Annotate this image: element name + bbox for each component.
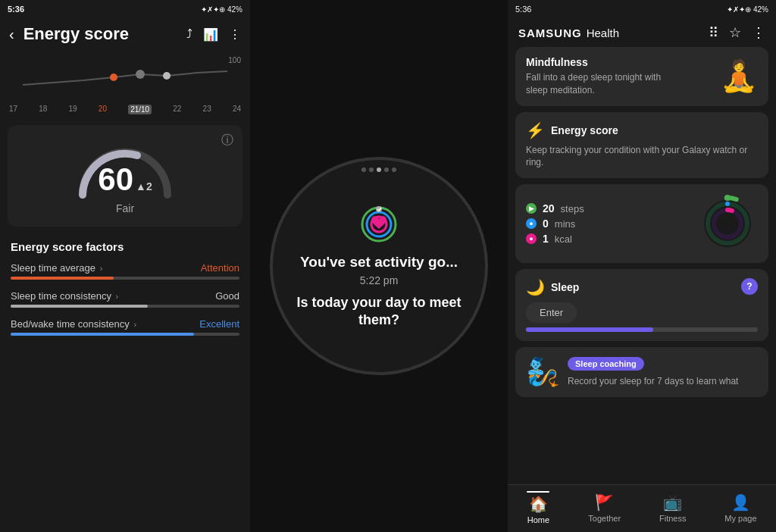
- svg-point-1: [136, 70, 145, 79]
- back-button[interactable]: ‹: [9, 26, 14, 43]
- score-label: Fair: [116, 202, 134, 214]
- signal-icon-right: ✦✗✦⊕: [727, 5, 751, 14]
- mins-icon: ●: [526, 218, 537, 229]
- factor-name-3[interactable]: Bed/wake time consistency ›: [11, 318, 136, 330]
- mindfulness-illustration: 🧘: [720, 58, 758, 94]
- together-icon: 🚩: [595, 493, 614, 512]
- page-title: Energy score: [23, 24, 177, 44]
- mins-unit: mins: [555, 218, 575, 230]
- chart-icon[interactable]: 📊: [203, 27, 218, 42]
- card-sleep[interactable]: 🌙 Sleep ? Enter: [515, 269, 768, 341]
- date-21: 21/10: [128, 105, 152, 114]
- steps-unit: steps: [561, 203, 584, 214]
- factor-bar-fill-3: [11, 333, 194, 336]
- samsung-logo: SAMSUNG Health: [518, 27, 619, 39]
- card-sleep-coaching[interactable]: 🧞 Sleep coaching Record your sleep for 7…: [515, 347, 768, 397]
- status-icons-right: ✦✗✦⊕ 42%: [727, 5, 768, 14]
- battery-right: 42%: [753, 5, 768, 14]
- score-display: 60 ▲2: [98, 161, 152, 198]
- energy-icon: ⚡: [526, 121, 545, 139]
- chart-line: 100: [9, 56, 241, 102]
- info-icon[interactable]: ⓘ: [221, 133, 233, 149]
- status-bar-right: 5:36 ✦✗✦⊕ 42%: [508, 0, 776, 18]
- signal-icon: ✦✗✦⊕: [201, 5, 225, 14]
- sleep-bar: [526, 327, 758, 332]
- dots-icon[interactable]: ⠿: [709, 24, 718, 41]
- sleep-title: Sleep: [551, 281, 579, 293]
- mins-value: 0: [543, 217, 549, 230]
- heart-rings-viz: [697, 193, 758, 254]
- date-19: 19: [69, 105, 77, 114]
- nav-item-mypage[interactable]: 👤 My page: [724, 493, 756, 523]
- date-18: 18: [39, 105, 47, 114]
- chart-dates: 17 18 19 20 21/10 22 23 24: [9, 103, 241, 116]
- kcal-row: ● 1 kcal: [526, 233, 584, 245]
- card-activity[interactable]: ▶ 20 steps ● 0 mins ● 1 kcal: [515, 184, 768, 263]
- watch-face: You've set activity go... 5:22 pm Is tod…: [273, 160, 485, 372]
- factor-row: Sleep time average › Attention: [11, 262, 239, 274]
- nav-item-together[interactable]: 🚩 Together: [588, 493, 621, 523]
- fitness-icon: 📺: [663, 493, 682, 512]
- time-right: 5:36: [515, 5, 531, 14]
- nav-item-home[interactable]: 🏠 Home: [527, 491, 549, 524]
- more-icon-right[interactable]: ⋮: [752, 24, 765, 41]
- cards-list: Mindfulness Fall into a deep sleep tonig…: [508, 47, 776, 484]
- gauge-container: 60 ▲2: [72, 139, 178, 199]
- bottom-nav: 🏠 Home 🚩 Together 📺 Fitness 👤 My page: [508, 484, 776, 532]
- energy-header: ⚡ Energy score: [526, 121, 758, 139]
- factor-name-2[interactable]: Sleep time consistency ›: [11, 290, 118, 302]
- factor-bar-bg-2: [11, 305, 239, 308]
- sleep-icon: 🌙: [526, 278, 545, 296]
- coaching-mascot: 🧞: [526, 356, 560, 388]
- mypage-label: My page: [724, 514, 756, 523]
- more-icon[interactable]: ⋮: [229, 27, 241, 42]
- watch-body: Is today your day to meet them?: [273, 294, 485, 330]
- star-icon[interactable]: ☆: [729, 24, 741, 41]
- coaching-text: Record your sleep for 7 days to learn wh…: [568, 375, 758, 388]
- date-17: 17: [9, 105, 17, 114]
- factor-item-bedwake: Bed/wake time consistency › Excellent: [11, 318, 239, 336]
- date-24: 24: [233, 105, 241, 114]
- status-bar-left: 5:36 ✦✗✦⊕ 42%: [0, 0, 250, 18]
- kcal-icon: ●: [526, 233, 537, 244]
- app-header: ‹ Energy score ⤴ 📊 ⋮: [0, 18, 250, 50]
- steps-icon: ▶: [526, 203, 537, 214]
- mindfulness-text: Mindfulness Fall into a deep sleep tonig…: [526, 56, 670, 97]
- home-label: Home: [527, 515, 549, 524]
- together-label: Together: [588, 514, 621, 523]
- score-section: ⓘ 60 ▲2 Fair: [8, 125, 242, 227]
- battery-left: 42%: [227, 5, 242, 14]
- factors-section: Energy score factors Sleep time average …: [0, 233, 250, 532]
- factor-bar-fill: [11, 277, 114, 280]
- dot-4: [392, 167, 396, 172]
- nav-item-fitness[interactable]: 📺 Fitness: [659, 493, 686, 523]
- card-mindfulness[interactable]: Mindfulness Fall into a deep sleep tonig…: [515, 47, 768, 106]
- factor-name[interactable]: Sleep time average ›: [11, 262, 102, 274]
- factor-bar-fill-2: [11, 305, 148, 308]
- svg-point-2: [163, 72, 171, 80]
- status-icons-left: ✦✗✦⊕ 42%: [201, 5, 242, 14]
- date-20: 20: [99, 105, 107, 114]
- score-number: 60: [98, 161, 133, 198]
- samsung-brand: SAMSUNG: [518, 27, 582, 39]
- factors-title: Energy score factors: [11, 240, 239, 253]
- card-energy-score[interactable]: ⚡ Energy score Keep tracking your condit…: [515, 112, 768, 179]
- sleep-enter-button[interactable]: Enter: [526, 302, 577, 323]
- health-app-name: Health: [587, 27, 619, 39]
- dot-1: [369, 167, 374, 172]
- share-icon[interactable]: ⤴: [186, 27, 192, 42]
- factor-status-good: Good: [215, 290, 239, 302]
- chart-area: 100 17 18 19 20 21/10 22 23 24: [0, 50, 250, 119]
- svg-point-0: [110, 74, 117, 81]
- watch-time: 5:22 pm: [360, 274, 399, 286]
- mindfulness-desc: Fall into a deep sleep tonight with slee…: [526, 71, 670, 97]
- factor-bar-bg: [11, 277, 239, 280]
- date-23: 23: [203, 105, 211, 114]
- factor-item-sleep-consistency: Sleep time consistency › Good: [11, 290, 239, 308]
- factor-bar-bg-3: [11, 333, 239, 336]
- factor-item-sleep-avg: Sleep time average › Attention: [11, 262, 239, 280]
- kcal-value: 1: [543, 233, 549, 245]
- watch-dots: [361, 167, 396, 172]
- dot-2-active: [377, 167, 381, 172]
- samsung-header-icons: ⠿ ☆ ⋮: [709, 24, 765, 41]
